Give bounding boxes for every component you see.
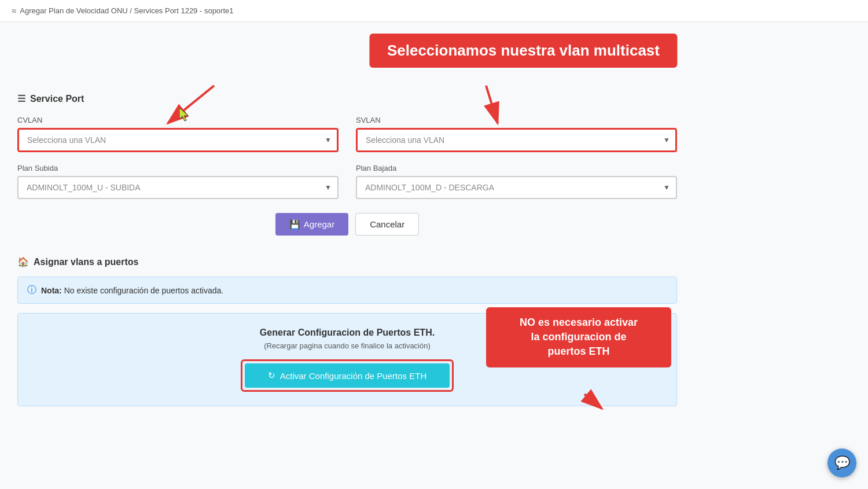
plan-subida-select[interactable]: ADMINOLT_100M_U - SUBIDA [17,176,339,199]
chat-bubble[interactable]: 💬 [827,448,856,477]
annotation-top-banner: Seleccionamos nuestra vlan multicast [370,34,677,68]
cvlan-select[interactable]: Selecciona una VLAN [17,128,339,152]
svlan-group: SVLAN Selecciona una VLAN ▼ [356,116,677,152]
save-icon: 💾 [289,219,300,230]
annotation-bottom-banner: NO es necesario activarla configuracion … [486,307,671,367]
asignar-icon: 🏠 [17,256,29,267]
breadcrumb-text: Agregar Plan de Velocidad ONU / Services… [20,6,233,15]
asignar-section-title: 🏠 Asignar vlans a puertos [17,256,677,267]
service-port-icon: ☰ [17,93,25,104]
cvlan-select-wrapper[interactable]: Selecciona una VLAN ▼ [17,128,339,152]
plan-bajada-select[interactable]: ADMINOLT_100M_D - DESCARGA [356,176,677,199]
service-port-form: CVLAN Selecciona una VLAN ▼ SVLAN Selecc… [17,116,677,199]
main-content: Seleccionamos nuestra vlan multicast ☰ [0,22,694,418]
plan-subida-group: Plan Subida ADMINOLT_100M_U - SUBIDA ▼ [17,164,339,199]
wifi-icon: ≈ [12,6,16,16]
activar-button-border: ↻ Activar Configuración de Puertos ETH [241,359,454,392]
refresh-icon: ↻ [268,370,275,381]
generar-section: Generar Configuracion de Puertos ETH. (R… [17,313,677,406]
svlan-select-wrapper[interactable]: Selecciona una VLAN ▼ [356,128,677,152]
page-wrapper: ≈ Agregar Plan de Velocidad ONU / Servic… [0,0,868,489]
cancelar-button[interactable]: Cancelar [355,213,419,236]
plan-bajada-select-wrapper[interactable]: ADMINOLT_100M_D - DESCARGA ▼ [356,176,677,199]
nota-box: ⓘ Nota: No existe configuración de puert… [17,277,677,304]
plan-bajada-group: Plan Bajada ADMINOLT_100M_D - DESCARGA ▼ [356,164,677,199]
breadcrumb-bar: ≈ Agregar Plan de Velocidad ONU / Servic… [0,0,868,22]
action-buttons: 💾 Agregar Cancelar [17,213,677,236]
plan-subida-label: Plan Subida [17,164,339,172]
svlan-label: SVLAN [356,116,677,124]
plan-subida-select-wrapper[interactable]: ADMINOLT_100M_U - SUBIDA ▼ [17,176,339,199]
cvlan-label: CVLAN [17,116,339,124]
info-icon: ⓘ [27,284,36,296]
activar-button[interactable]: ↻ Activar Configuración de Puertos ETH [245,363,450,388]
agregar-button[interactable]: 💾 Agregar [275,213,348,236]
svlan-select[interactable]: Selecciona una VLAN [356,128,677,152]
cvlan-group: CVLAN Selecciona una VLAN ▼ [17,116,339,152]
plan-bajada-label: Plan Bajada [356,164,677,172]
service-port-section-title: ☰ Service Port [17,93,677,104]
